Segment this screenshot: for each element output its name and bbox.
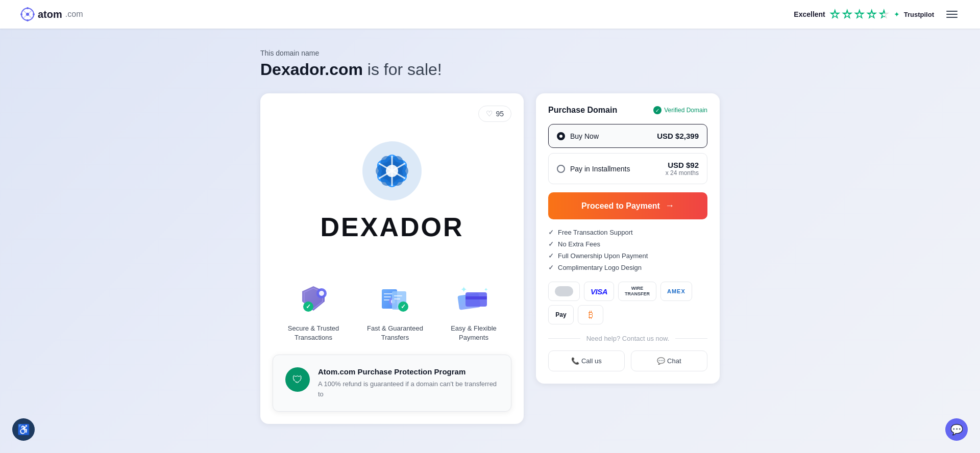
fast-icon-wrap: ✓	[377, 282, 413, 319]
contact-buttons: 📞 Call us 💬 Chat	[548, 350, 707, 371]
star-5-half: ★	[878, 9, 890, 20]
domain-preview-card: ♡ 95	[260, 93, 524, 424]
protection-icon: 🛡	[285, 367, 310, 392]
live-chat-button[interactable]: 💬	[945, 418, 968, 441]
bitcoin-icon: ₿	[589, 310, 593, 320]
protection-description: A 100% refund is guaranteed if a domain …	[318, 379, 499, 399]
trustpilot-section: Excellent ★ ★ ★ ★ ★ ✦ Trustpilot	[794, 9, 934, 20]
star-3: ★	[854, 9, 865, 20]
heart-icon: ♡	[486, 109, 493, 118]
apple-pay-logo: Pay	[555, 311, 566, 318]
hamburger-line-3	[946, 17, 958, 18]
perk-label-4: Complimentary Logo Design	[558, 264, 642, 271]
verified-icon: ✓	[653, 106, 662, 114]
dexador-logo-svg	[361, 140, 423, 202]
menu-button[interactable]	[944, 9, 960, 20]
help-line-right	[675, 338, 707, 339]
buy-now-label: Buy Now	[570, 132, 599, 140]
installments-radio	[557, 165, 565, 173]
buy-now-radio	[557, 132, 565, 140]
domain-label: This domain name	[260, 49, 720, 57]
chat-button[interactable]: 💬 Chat	[631, 350, 707, 371]
installments-option[interactable]: Pay in Installments USD $92 x 24 months	[548, 153, 707, 184]
svg-rect-35	[465, 296, 487, 299]
payment-methods: VISA WIRETRANSFER AMEX Pay ₿	[548, 282, 707, 324]
arrow-right-icon: →	[665, 200, 674, 211]
help-divider: Need help? Contact us now.	[548, 335, 707, 342]
toggle-icon	[555, 286, 573, 296]
fast-label: Fast & Guaranteed Transfers	[354, 324, 436, 342]
amex-logo: AMEX	[667, 288, 685, 294]
like-button[interactable]: ♡ 95	[478, 106, 511, 122]
installments-price: USD $92	[666, 161, 699, 169]
svg-point-1	[27, 7, 29, 9]
domain-wordmark: DEXADOR	[320, 212, 463, 242]
installments-label: Pay in Installments	[570, 165, 630, 173]
check-icon-2: ✓	[548, 240, 554, 248]
like-bar: ♡ 95	[273, 106, 511, 122]
proceed-to-payment-button[interactable]: Proceed to Payment →	[548, 192, 707, 219]
domain-name: Dexador.com	[260, 60, 363, 79]
installments-sub: x 24 months	[666, 169, 699, 177]
check-icon-3: ✓	[548, 252, 554, 260]
content-wrapper: This domain name Dexador.com is for sale…	[250, 49, 730, 424]
buy-now-price: USD $2,399	[657, 132, 699, 140]
help-text: Need help? Contact us now.	[586, 335, 670, 342]
secure-label: Secure & Trusted Transactions	[273, 324, 354, 342]
pricing-options: Buy Now USD $2,399 Pay in Installments	[548, 124, 707, 184]
proceed-label: Proceed to Payment	[581, 202, 660, 211]
svg-text:✓: ✓	[306, 303, 311, 310]
accessibility-icon: ♿	[17, 423, 30, 436]
bitcoin-payment: ₿	[578, 305, 603, 324]
accessibility-button[interactable]: ♿	[12, 418, 35, 441]
svg-rect-23	[384, 293, 393, 294]
feature-secure: ✓ Secure & Trusted Transactions	[273, 282, 354, 342]
star-4: ★	[866, 9, 877, 20]
verified-label: Verified Domain	[664, 107, 707, 114]
trustpilot-label: Excellent	[794, 10, 825, 18]
like-count: 95	[496, 110, 504, 118]
logo-text: atom	[38, 9, 62, 20]
perk-label-1: Free Transaction Support	[558, 229, 633, 236]
installments-left: Pay in Installments	[557, 165, 630, 173]
two-column-layout: ♡ 95	[260, 93, 720, 424]
perk-no-extra-fees: ✓ No Extra Fees	[548, 240, 707, 248]
buy-now-option[interactable]: Buy Now USD $2,399	[548, 124, 707, 148]
star-1: ★	[829, 9, 841, 20]
domain-logo-area: DEXADOR	[273, 130, 511, 263]
flexible-icon-wrap: ✦ ✦	[455, 282, 492, 319]
perk-transaction-support: ✓ Free Transaction Support	[548, 229, 707, 236]
logo[interactable]: atom.com	[20, 7, 83, 21]
main-background: This domain name Dexador.com is for sale…	[0, 29, 980, 453]
visa-payment: VISA	[584, 282, 614, 301]
amex-payment: AMEX	[660, 282, 692, 301]
atom-logo-icon	[20, 7, 35, 21]
buy-now-left: Buy Now	[557, 132, 599, 140]
flexible-label: Easy & Flexible Payments	[436, 324, 511, 342]
header: atom.com Excellent ★ ★ ★ ★ ★ ✦ Trustpilo…	[0, 0, 980, 29]
svg-point-3	[27, 19, 29, 21]
perks-list: ✓ Free Transaction Support ✓ No Extra Fe…	[548, 229, 707, 271]
svg-text:✦: ✦	[484, 287, 488, 292]
trustpilot-platform: Trustpilot	[904, 11, 934, 18]
perk-full-ownership: ✓ Full Ownership Upon Payment	[548, 252, 707, 260]
perk-label-2: No Extra Fees	[558, 240, 600, 248]
call-us-button[interactable]: 📞 Call us	[548, 350, 625, 371]
installments-price-section: USD $92 x 24 months	[666, 161, 699, 177]
apple-pay-payment: Pay	[548, 305, 574, 324]
svg-point-4	[20, 13, 22, 15]
domain-for-sale: is for sale!	[368, 60, 442, 79]
trustpilot-checkmark: ✦	[894, 10, 900, 18]
purchase-card: Purchase Domain ✓ Verified Domain Buy No…	[536, 93, 720, 384]
check-icon-1: ✓	[548, 229, 554, 236]
svg-rect-30	[394, 298, 400, 299]
perk-logo-design: ✓ Complimentary Logo Design	[548, 264, 707, 271]
wire-transfer-logo: WIRETRANSFER	[625, 286, 650, 297]
hamburger-line-1	[946, 11, 958, 12]
verified-badge: ✓ Verified Domain	[653, 106, 707, 114]
visa-logo: VISA	[591, 287, 607, 296]
secure-icon: ✓	[296, 283, 331, 318]
perk-label-3: Full Ownership Upon Payment	[558, 252, 648, 260]
help-section: Need help? Contact us now. 📞 Call us 💬 C…	[548, 335, 707, 371]
buy-now-price-section: USD $2,399	[657, 132, 699, 140]
